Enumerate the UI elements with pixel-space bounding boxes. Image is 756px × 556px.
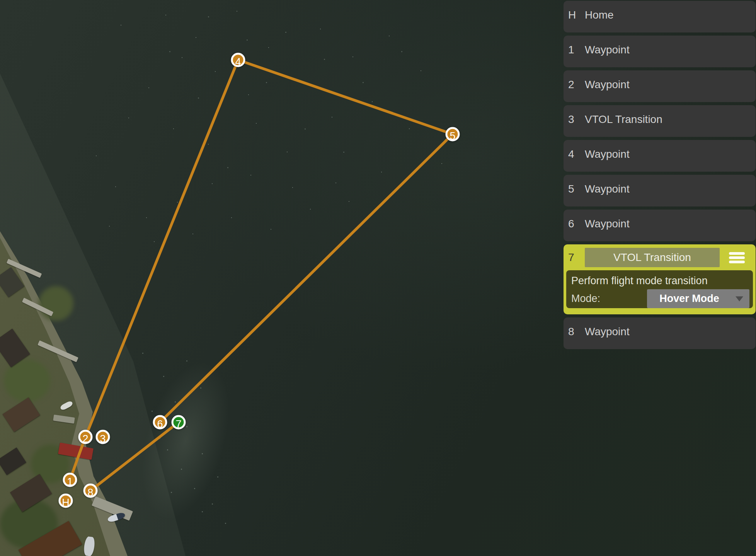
map-marker-7[interactable]: 7 [172, 415, 186, 430]
mission-item-home[interactable]: H Home [564, 1, 756, 32]
mission-item-label: VTOL Transition [585, 113, 662, 126]
mission-item-7-title-button[interactable]: VTOL Transition [585, 248, 720, 267]
mission-item-index: H [568, 9, 585, 21]
mission-item-1[interactable]: 1 Waypoint [564, 36, 756, 67]
mission-item-label: Waypoint [585, 44, 630, 56]
mode-label: Mode: [571, 289, 600, 308]
mission-item-index: 8 [568, 326, 585, 338]
mission-item-index: 7 [568, 251, 585, 264]
drag-handle-icon[interactable] [729, 252, 745, 263]
mission-item-index: 2 [568, 78, 585, 91]
mission-item-index: 3 [568, 113, 585, 126]
chevron-down-icon [736, 296, 743, 301]
mode-dropdown-value: Hover Mode [659, 293, 719, 305]
mode-dropdown[interactable]: Hover Mode [647, 289, 749, 308]
mission-item-label: Home [585, 9, 614, 21]
mission-item-5[interactable]: 5 Waypoint [564, 175, 756, 206]
map-marker-home[interactable]: H [59, 494, 73, 508]
mission-item-index: 1 [568, 44, 585, 56]
mission-item-3[interactable]: 3 VTOL Transition [564, 105, 756, 137]
map-marker-2[interactable]: 2 [78, 430, 93, 444]
map-marker-3[interactable]: 3 [96, 430, 110, 444]
transition-description: Perform flight mode transition [571, 273, 708, 288]
mission-item-label: VTOL Transition [613, 251, 691, 264]
map-marker-8[interactable]: 8 [83, 484, 98, 498]
mission-item-label: Waypoint [585, 78, 630, 91]
mission-item-index: 4 [568, 148, 585, 160]
map-marker-5[interactable]: 5 [446, 127, 460, 142]
mission-item-index: 6 [568, 218, 585, 230]
mission-item-4[interactable]: 4 Waypoint [564, 140, 756, 172]
mission-item-7-header: 7 VTOL Transition [568, 248, 756, 267]
mission-item-8[interactable]: 8 Waypoint [564, 317, 756, 349]
mission-item-label: Waypoint [585, 326, 630, 338]
mission-item-7-detail-panel: Perform flight mode transition Mode: Hov… [566, 270, 753, 308]
mission-item-index: 5 [568, 183, 585, 195]
mission-item-6[interactable]: 6 Waypoint [564, 210, 756, 241]
mission-item-7-selected[interactable]: 7 VTOL Transition Perform flight mode tr… [564, 244, 756, 314]
map-marker-6[interactable]: 6 [153, 415, 167, 430]
mission-item-list: H Home 1 Waypoint 2 Waypoint 3 VTOL Tran… [564, 1, 756, 349]
map-marker-1[interactable]: 1 [63, 473, 77, 487]
map-marker-4[interactable]: 4 [231, 53, 245, 67]
mission-item-2[interactable]: 2 Waypoint [564, 70, 756, 102]
mission-item-label: Waypoint [585, 183, 630, 195]
mission-item-label: Waypoint [585, 148, 630, 160]
mission-item-label: Waypoint [585, 218, 630, 230]
